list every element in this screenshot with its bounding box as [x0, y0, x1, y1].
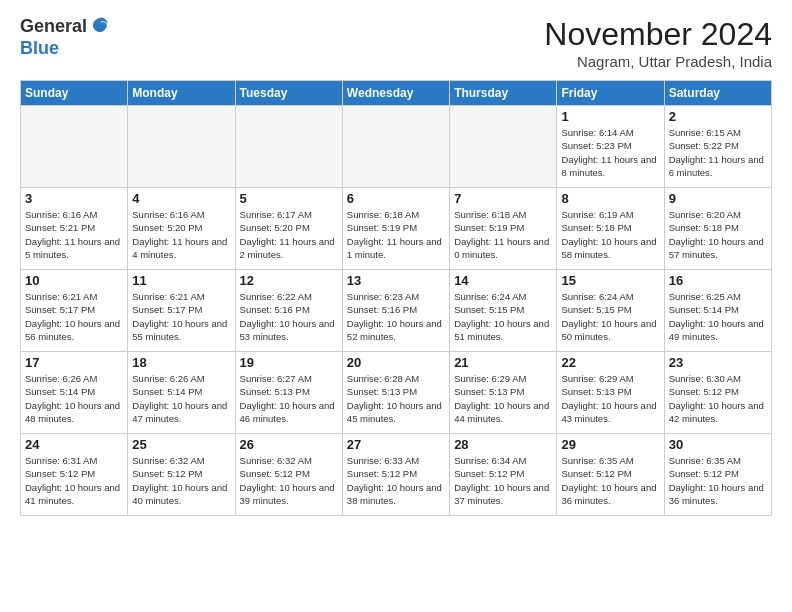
day-number: 24	[25, 437, 123, 452]
calendar-header-friday: Friday	[557, 81, 664, 106]
day-number: 27	[347, 437, 445, 452]
calendar-week-3: 10Sunrise: 6:21 AMSunset: 5:17 PMDayligh…	[21, 270, 772, 352]
calendar-cell: 4Sunrise: 6:16 AMSunset: 5:20 PMDaylight…	[128, 188, 235, 270]
calendar-header-row: SundayMondayTuesdayWednesdayThursdayFrid…	[21, 81, 772, 106]
calendar-cell: 18Sunrise: 6:26 AMSunset: 5:14 PMDayligh…	[128, 352, 235, 434]
day-number: 10	[25, 273, 123, 288]
day-number: 8	[561, 191, 659, 206]
day-detail: Sunrise: 6:33 AMSunset: 5:12 PMDaylight:…	[347, 454, 445, 507]
day-detail: Sunrise: 6:28 AMSunset: 5:13 PMDaylight:…	[347, 372, 445, 425]
day-number: 15	[561, 273, 659, 288]
day-detail: Sunrise: 6:29 AMSunset: 5:13 PMDaylight:…	[454, 372, 552, 425]
calendar-cell: 26Sunrise: 6:32 AMSunset: 5:12 PMDayligh…	[235, 434, 342, 516]
day-detail: Sunrise: 6:31 AMSunset: 5:12 PMDaylight:…	[25, 454, 123, 507]
day-number: 26	[240, 437, 338, 452]
day-number: 29	[561, 437, 659, 452]
day-number: 20	[347, 355, 445, 370]
logo: General Blue	[20, 16, 109, 60]
calendar-cell: 6Sunrise: 6:18 AMSunset: 5:19 PMDaylight…	[342, 188, 449, 270]
day-number: 14	[454, 273, 552, 288]
day-number: 19	[240, 355, 338, 370]
calendar-week-5: 24Sunrise: 6:31 AMSunset: 5:12 PMDayligh…	[21, 434, 772, 516]
calendar-header-thursday: Thursday	[450, 81, 557, 106]
calendar-table: SundayMondayTuesdayWednesdayThursdayFrid…	[20, 80, 772, 516]
calendar-cell	[21, 106, 128, 188]
calendar-title: November 2024	[544, 16, 772, 53]
calendar-header-wednesday: Wednesday	[342, 81, 449, 106]
day-number: 13	[347, 273, 445, 288]
day-detail: Sunrise: 6:18 AMSunset: 5:19 PMDaylight:…	[454, 208, 552, 261]
calendar-cell: 28Sunrise: 6:34 AMSunset: 5:12 PMDayligh…	[450, 434, 557, 516]
calendar-cell: 9Sunrise: 6:20 AMSunset: 5:18 PMDaylight…	[664, 188, 771, 270]
calendar-cell: 21Sunrise: 6:29 AMSunset: 5:13 PMDayligh…	[450, 352, 557, 434]
day-number: 18	[132, 355, 230, 370]
calendar-cell: 14Sunrise: 6:24 AMSunset: 5:15 PMDayligh…	[450, 270, 557, 352]
day-detail: Sunrise: 6:15 AMSunset: 5:22 PMDaylight:…	[669, 126, 767, 179]
calendar-cell: 3Sunrise: 6:16 AMSunset: 5:21 PMDaylight…	[21, 188, 128, 270]
calendar-cell	[342, 106, 449, 188]
day-detail: Sunrise: 6:20 AMSunset: 5:18 PMDaylight:…	[669, 208, 767, 261]
calendar-cell: 25Sunrise: 6:32 AMSunset: 5:12 PMDayligh…	[128, 434, 235, 516]
day-number: 21	[454, 355, 552, 370]
calendar-cell: 29Sunrise: 6:35 AMSunset: 5:12 PMDayligh…	[557, 434, 664, 516]
calendar-cell	[128, 106, 235, 188]
title-block: November 2024 Nagram, Uttar Pradesh, Ind…	[544, 16, 772, 70]
calendar-cell: 1Sunrise: 6:14 AMSunset: 5:23 PMDaylight…	[557, 106, 664, 188]
calendar-cell: 8Sunrise: 6:19 AMSunset: 5:18 PMDaylight…	[557, 188, 664, 270]
calendar-header-saturday: Saturday	[664, 81, 771, 106]
day-detail: Sunrise: 6:19 AMSunset: 5:18 PMDaylight:…	[561, 208, 659, 261]
day-number: 9	[669, 191, 767, 206]
day-number: 25	[132, 437, 230, 452]
day-detail: Sunrise: 6:26 AMSunset: 5:14 PMDaylight:…	[25, 372, 123, 425]
day-detail: Sunrise: 6:32 AMSunset: 5:12 PMDaylight:…	[132, 454, 230, 507]
calendar-cell: 24Sunrise: 6:31 AMSunset: 5:12 PMDayligh…	[21, 434, 128, 516]
calendar-header-sunday: Sunday	[21, 81, 128, 106]
calendar-cell: 22Sunrise: 6:29 AMSunset: 5:13 PMDayligh…	[557, 352, 664, 434]
day-detail: Sunrise: 6:29 AMSunset: 5:13 PMDaylight:…	[561, 372, 659, 425]
calendar-subtitle: Nagram, Uttar Pradesh, India	[544, 53, 772, 70]
calendar-cell	[235, 106, 342, 188]
day-number: 5	[240, 191, 338, 206]
calendar-cell: 15Sunrise: 6:24 AMSunset: 5:15 PMDayligh…	[557, 270, 664, 352]
day-number: 11	[132, 273, 230, 288]
day-number: 6	[347, 191, 445, 206]
day-number: 30	[669, 437, 767, 452]
calendar-cell: 19Sunrise: 6:27 AMSunset: 5:13 PMDayligh…	[235, 352, 342, 434]
day-number: 12	[240, 273, 338, 288]
logo-general: General	[20, 16, 87, 38]
calendar-cell: 12Sunrise: 6:22 AMSunset: 5:16 PMDayligh…	[235, 270, 342, 352]
calendar-header-tuesday: Tuesday	[235, 81, 342, 106]
calendar-cell: 11Sunrise: 6:21 AMSunset: 5:17 PMDayligh…	[128, 270, 235, 352]
calendar-cell: 27Sunrise: 6:33 AMSunset: 5:12 PMDayligh…	[342, 434, 449, 516]
day-number: 23	[669, 355, 767, 370]
day-detail: Sunrise: 6:23 AMSunset: 5:16 PMDaylight:…	[347, 290, 445, 343]
calendar-cell: 10Sunrise: 6:21 AMSunset: 5:17 PMDayligh…	[21, 270, 128, 352]
day-number: 16	[669, 273, 767, 288]
calendar-cell: 13Sunrise: 6:23 AMSunset: 5:16 PMDayligh…	[342, 270, 449, 352]
calendar-cell: 17Sunrise: 6:26 AMSunset: 5:14 PMDayligh…	[21, 352, 128, 434]
calendar-cell: 23Sunrise: 6:30 AMSunset: 5:12 PMDayligh…	[664, 352, 771, 434]
calendar-header-monday: Monday	[128, 81, 235, 106]
calendar-cell	[450, 106, 557, 188]
day-detail: Sunrise: 6:30 AMSunset: 5:12 PMDaylight:…	[669, 372, 767, 425]
day-detail: Sunrise: 6:14 AMSunset: 5:23 PMDaylight:…	[561, 126, 659, 179]
day-detail: Sunrise: 6:24 AMSunset: 5:15 PMDaylight:…	[454, 290, 552, 343]
day-detail: Sunrise: 6:25 AMSunset: 5:14 PMDaylight:…	[669, 290, 767, 343]
day-detail: Sunrise: 6:17 AMSunset: 5:20 PMDaylight:…	[240, 208, 338, 261]
day-number: 22	[561, 355, 659, 370]
day-detail: Sunrise: 6:35 AMSunset: 5:12 PMDaylight:…	[561, 454, 659, 507]
day-detail: Sunrise: 6:21 AMSunset: 5:17 PMDaylight:…	[25, 290, 123, 343]
day-detail: Sunrise: 6:22 AMSunset: 5:16 PMDaylight:…	[240, 290, 338, 343]
calendar-week-4: 17Sunrise: 6:26 AMSunset: 5:14 PMDayligh…	[21, 352, 772, 434]
day-number: 7	[454, 191, 552, 206]
day-detail: Sunrise: 6:16 AMSunset: 5:21 PMDaylight:…	[25, 208, 123, 261]
day-detail: Sunrise: 6:16 AMSunset: 5:20 PMDaylight:…	[132, 208, 230, 261]
calendar-cell: 7Sunrise: 6:18 AMSunset: 5:19 PMDaylight…	[450, 188, 557, 270]
calendar-week-1: 1Sunrise: 6:14 AMSunset: 5:23 PMDaylight…	[21, 106, 772, 188]
logo-blue: Blue	[20, 38, 109, 60]
day-detail: Sunrise: 6:34 AMSunset: 5:12 PMDaylight:…	[454, 454, 552, 507]
calendar-cell: 5Sunrise: 6:17 AMSunset: 5:20 PMDaylight…	[235, 188, 342, 270]
day-number: 3	[25, 191, 123, 206]
day-number: 2	[669, 109, 767, 124]
day-number: 28	[454, 437, 552, 452]
